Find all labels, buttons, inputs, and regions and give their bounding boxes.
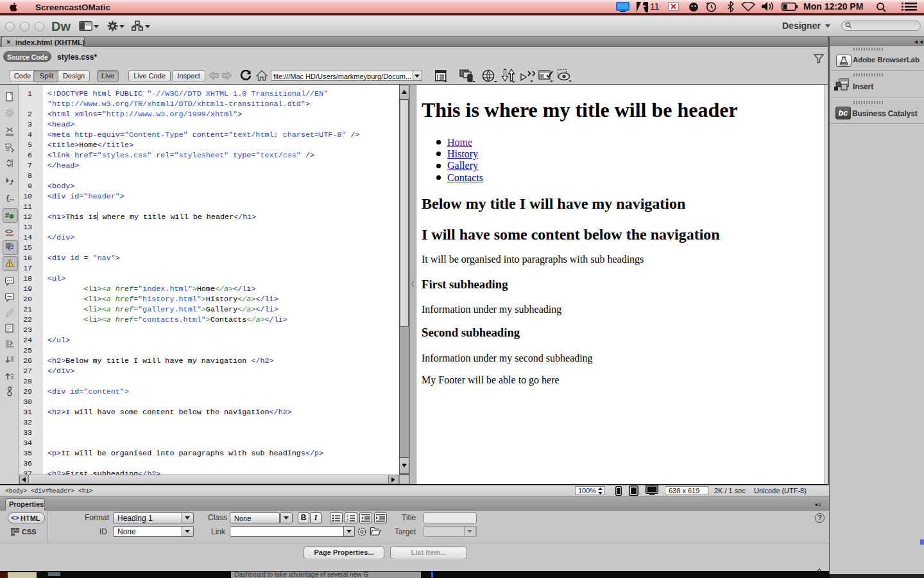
svg-text:{…}: {…} (6, 195, 15, 202)
svg-text:#: # (5, 211, 9, 219)
svg-text:1: 1 (346, 514, 348, 518)
svg-text:2: 2 (346, 518, 348, 522)
svg-text:!: ! (9, 261, 11, 267)
